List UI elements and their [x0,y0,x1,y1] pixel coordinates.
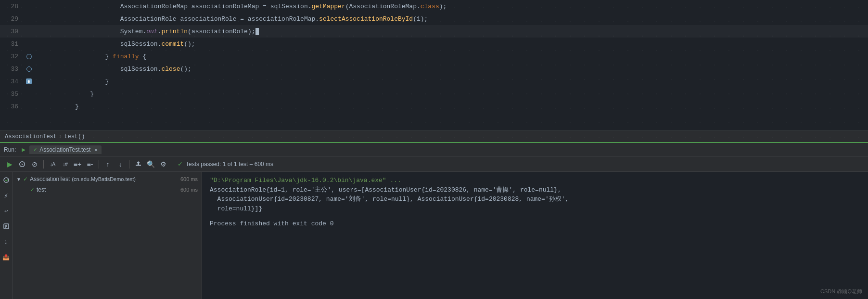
run-label: Run: [4,146,16,153]
test-tree: ▼ ✓ AssociationTest (cn.edu.MyBatisDemo.… [13,172,202,299]
breakpoint-icon-2 [26,66,32,72]
home-icon [26,78,32,84]
collapse-all-button[interactable]: ≡- [84,158,96,170]
csdn-watermark: CSDN @顾Q老师 [820,288,862,295]
filter-button[interactable]: 🔍 [145,158,156,170]
tab-close-icon[interactable]: × [94,147,97,153]
breadcrumb-separator: › [59,133,62,140]
line-number: 33 [0,65,24,73]
side-icon-2[interactable]: ⚡ [1,190,12,201]
breadcrumb-class: AssociationTest [5,133,57,140]
svg-point-1 [4,178,9,182]
tree-test-time: 600 ms [180,187,202,193]
side-icon-3[interactable]: ↩ [1,206,12,216]
toolbar-separator-3 [129,160,129,169]
output-area: "D:\Program Files\Java\jdk-16.0.2\bin\ja… [202,172,868,299]
output-line-finish: Process finished with exit code 0 [210,219,860,229]
line-number: 30 [0,28,24,35]
run-body: ⚡ ↩ ↕ 📤 ▼ ✓ AssociationTest (cn.edu [0,172,868,299]
tree-test-label: test [37,186,46,193]
run-play-icon: ▶ [22,146,26,154]
side-icon-4[interactable] [1,221,12,232]
line-number: 28 [0,3,24,10]
breadcrumb-method: test() [64,133,85,140]
gutter-32 [24,54,34,59]
line-number: 35 [0,91,24,98]
line-number: 29 [0,15,24,23]
output-line-result-1: AssociationRole{id=1, role='主公', users=[… [210,185,860,195]
rerun-passed-button[interactable] [16,158,28,170]
line-content-36: } [34,96,868,117]
tab-name: AssociationTest.test [39,146,90,153]
sort-alpha-button[interactable]: ↓A [47,158,58,170]
breadcrumb: AssociationTest › test() [0,130,868,142]
svg-rect-0 [136,165,141,166]
editor-area: 28 AssociationRoleMap associationRoleMap… [0,0,868,142]
line-number: 36 [0,103,24,110]
output-line-result-3: role=null}]} [210,204,860,214]
tab-check-icon: ✓ [33,146,38,153]
run-toolbar: ▶ ⊘ ↓A ↓# ≡+ ≡- ↑ ↓ [0,156,868,172]
run-header: Run: ▶ ✓ AssociationTest.test × [0,143,868,156]
tree-check-icon: ✓ [23,176,28,182]
tree-item-label: AssociationTest [30,176,70,182]
expand-all-button[interactable]: ≡+ [72,158,83,170]
passed-check-icon: ✓ [178,160,183,168]
tests-passed-info: ✓ Tests passed: 1 of 1 test – 600 ms [178,160,273,168]
tree-item-test[interactable]: ✓ test 600 ms [13,184,202,195]
line-number: 34 [0,78,24,85]
code-line-36: 36 } [0,100,868,113]
line-number: 31 [0,40,24,48]
prev-failed-button[interactable]: ↑ [102,158,114,170]
tree-test-check-icon: ✓ [30,186,35,193]
run-panel: Run: ▶ ✓ AssociationTest.test × ▶ ⊘ ↓ [0,142,868,299]
side-icon-6[interactable]: 📤 [1,252,12,262]
settings-button[interactable]: ⚙ [157,158,169,170]
side-icon-1[interactable] [1,175,12,185]
gutter-33 [24,66,34,72]
tree-expand-icon: ▼ [16,177,21,182]
line-number: 32 [0,53,24,60]
breakpoint-icon [26,54,32,59]
tree-item-package: (cn.edu.MyBatisDemo.test) [72,176,136,182]
output-line-path: "D:\Program Files\Java\jdk-16.0.2\bin\ja… [210,176,860,185]
toolbar-separator-1 [43,160,44,169]
side-icon-5[interactable]: ↕ [1,236,12,247]
play-button[interactable]: ▶ [4,158,15,170]
stop-button[interactable]: ⊘ [29,158,40,170]
tree-item-time: 600 ms [180,176,202,182]
tests-passed-text: Tests passed: 1 of 1 test – 600 ms [186,161,273,168]
export-button[interactable] [132,158,144,170]
gutter-34 [24,78,34,84]
toolbar-separator-2 [99,160,99,169]
next-failed-button[interactable]: ↓ [115,158,126,170]
sort-duration-button[interactable]: ↓# [59,158,71,170]
output-line-result-2: AssociationUser{id=20230827, name='刘备', … [210,195,860,204]
run-tab[interactable]: ✓ AssociationTest.test × [29,145,102,154]
tree-item-association-test[interactable]: ▼ ✓ AssociationTest (cn.edu.MyBatisDemo.… [13,174,202,184]
